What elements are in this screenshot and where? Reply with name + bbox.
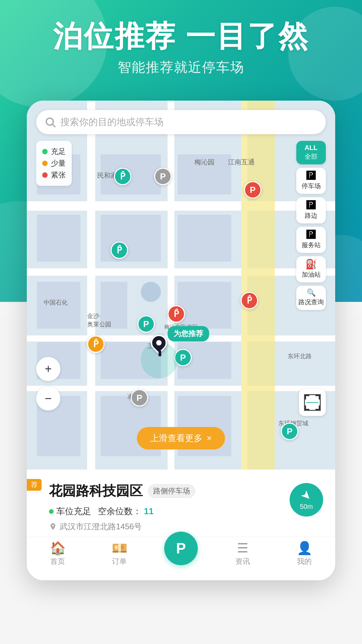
scan-button[interactable] [299, 389, 326, 416]
gas-icon: ⛽ [305, 260, 317, 269]
road-h2 [27, 268, 335, 276]
city-block [178, 282, 231, 329]
orders-icon: 💴 [112, 542, 127, 554]
panel-btn-roadside-label: 路边 [305, 211, 317, 220]
navigation-button[interactable]: ➤ 50m [290, 483, 323, 517]
panel-btn-parking-label: 停车场 [302, 182, 321, 191]
city-block [37, 282, 80, 329]
road-highway [241, 101, 275, 470]
nav-label-home: 首页 [50, 556, 65, 567]
legend-dot-yellow [42, 161, 48, 166]
service-icon: 🅿 [306, 230, 316, 239]
panel-btn-traffic[interactable]: 🔍 路况查询 [296, 286, 326, 310]
card-title-row: 花园路科技园区 路侧停车场 [49, 482, 323, 500]
legend-item-tight: 紧张 [42, 169, 66, 181]
parking-marker-green-2[interactable]: P̂ [111, 241, 128, 259]
panel-btn-traffic-label: 路况查询 [298, 298, 324, 307]
slide-more-button[interactable]: 上滑查看更多 × [137, 427, 225, 449]
panel-btn-gas-label: 加油站 [302, 270, 321, 279]
zoom-in-button[interactable]: + [36, 357, 60, 381]
city-block [101, 215, 161, 262]
city-block [178, 215, 231, 262]
profile-icon: 👤 [297, 542, 312, 554]
svg-line-1 [53, 124, 55, 127]
parking-marker-red-3[interactable]: P̂ [168, 305, 185, 323]
card-name: 花园路科技园区 [49, 482, 143, 500]
right-panel: ALL 全部 🅿 停车场 🅿 路边 🅿 服务站 ⛽ 加油站 🔍 路况查询 [296, 141, 326, 310]
phone-mockup: 梅沁园 民和家园 江南互通 中国石化 金沙· 奥莱公园 梅江东苑·南区 工南苑 … [27, 101, 335, 580]
news-icon: ☰ [237, 542, 248, 554]
nav-label-profile: 我的 [297, 556, 312, 567]
panel-btn-service-label: 服务站 [302, 241, 321, 250]
parking-icon: 🅿 [306, 171, 316, 180]
city-block [178, 154, 231, 195]
legend-dot-red [42, 172, 48, 178]
nav-item-home[interactable]: 🏠 首页 [27, 542, 88, 567]
parking-marker-green-5[interactable]: P [281, 423, 298, 440]
bottom-nav: 🏠 首页 💴 订单 P ☰ 资讯 👤 我的 [27, 537, 335, 580]
nav-item-parking[interactable]: P [150, 532, 212, 565]
search-bar[interactable]: 搜索你的目的地或停车场 [36, 110, 326, 134]
legend-label-few: 少量 [51, 157, 66, 169]
legend-label-tight: 紧张 [51, 169, 66, 181]
legend-dot-green [42, 149, 48, 154]
nav-item-news[interactable]: ☰ 资讯 [212, 542, 274, 567]
card-info-row: 车位充足 空余位数： 11 [49, 505, 323, 517]
nav-arrow-icon: ➤ [299, 487, 314, 503]
spaces-number: 11 [144, 506, 154, 516]
legend-item-few: 少量 [42, 157, 66, 169]
home-icon: 🏠 [50, 542, 66, 554]
road-v2 [168, 101, 174, 470]
search-icon [44, 116, 56, 128]
parking-marker-gray-1[interactable]: P [154, 168, 172, 185]
map-legend: 充足 少量 紧张 [36, 141, 72, 186]
panel-btn-roadside[interactable]: 🅿 路边 [296, 197, 326, 223]
card-addr-row: 武汉市江澄北路1456号 [49, 521, 323, 532]
zoom-out-button[interactable]: − [36, 386, 60, 411]
nav-center-parking-icon: P [164, 532, 198, 565]
nav-label-news: 资讯 [235, 556, 250, 567]
nav-distance: 50m [300, 503, 313, 511]
city-block-park [141, 282, 161, 302]
parking-marker-gray-2[interactable]: P [131, 389, 148, 407]
card-status-text: 车位充足 [56, 505, 91, 517]
parking-marker-red-2[interactable]: P̂ [241, 292, 258, 309]
road-v1 [87, 101, 95, 470]
status-dot-green [49, 509, 54, 514]
card-badge: 路侧停车场 [148, 484, 195, 498]
nav-item-orders[interactable]: 💴 订单 [88, 542, 150, 567]
panel-btn-all-label: 全部 [305, 152, 317, 161]
search-placeholder: 搜索你的目的地或停车场 [60, 116, 164, 128]
map-area: 梅沁园 民和家园 江南互通 中国石化 金沙· 奥莱公园 梅江东苑·南区 工南苑 … [27, 101, 335, 470]
panel-btn-all[interactable]: ALL 全部 [296, 141, 326, 164]
svg-point-0 [46, 118, 53, 125]
location-icon [49, 523, 57, 531]
traffic-icon: 🔍 [307, 289, 316, 297]
parking-marker-green-1[interactable]: P̂ [114, 168, 131, 185]
current-location [151, 335, 167, 356]
parking-marker-yellow-1[interactable]: P̂ [87, 335, 105, 353]
road-h4 [27, 386, 335, 391]
panel-btn-parking[interactable]: 🅿 停车场 [296, 168, 326, 194]
panel-btn-service[interactable]: 🅿 服务站 [296, 227, 326, 253]
zoom-controls: + − [36, 357, 60, 416]
legend-label-sufficient: 充足 [51, 146, 66, 157]
card-spaces: 空余位数： 11 [98, 505, 154, 517]
road-h1 [27, 201, 335, 211]
parking-marker-red-1[interactable]: P [244, 181, 261, 199]
card-address: 武汉市江澄北路1456号 [60, 521, 142, 532]
hero-section: 泊位推荐 一目了然 智能推荐就近停车场 [0, 20, 362, 76]
roadside-icon: 🅿 [306, 201, 316, 210]
spaces-label: 空余位数： [98, 506, 141, 516]
legend-item-sufficient: 充足 [42, 146, 66, 157]
for-you-label: 为您推荐 [168, 326, 209, 341]
hero-title: 泊位推荐 一目了然 [0, 20, 362, 53]
city-block [101, 282, 127, 329]
city-block [37, 215, 80, 262]
all-icon: ALL [305, 144, 318, 151]
nav-item-profile[interactable]: 👤 我的 [274, 542, 335, 567]
hero-subtitle: 智能推荐就近停车场 [0, 58, 362, 76]
panel-btn-gas[interactable]: ⛽ 加油站 [296, 256, 326, 282]
parking-marker-green-3[interactable]: P [137, 315, 155, 333]
card-tag: 荐 [27, 479, 42, 491]
